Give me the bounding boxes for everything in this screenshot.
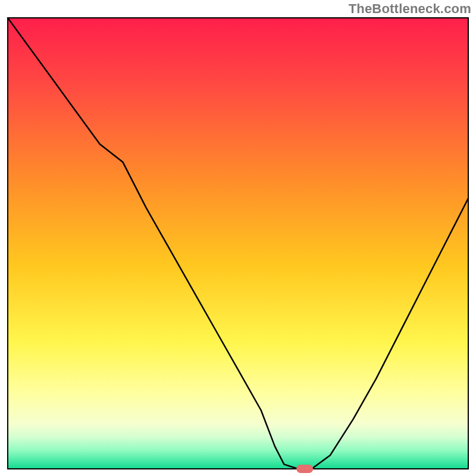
plot-background <box>8 18 468 469</box>
watermark-text: TheBottleneck.com <box>349 1 471 17</box>
chart-container: TheBottleneck.com <box>0 0 476 476</box>
optimal-marker <box>296 465 313 473</box>
bottleneck-chart <box>0 0 476 476</box>
